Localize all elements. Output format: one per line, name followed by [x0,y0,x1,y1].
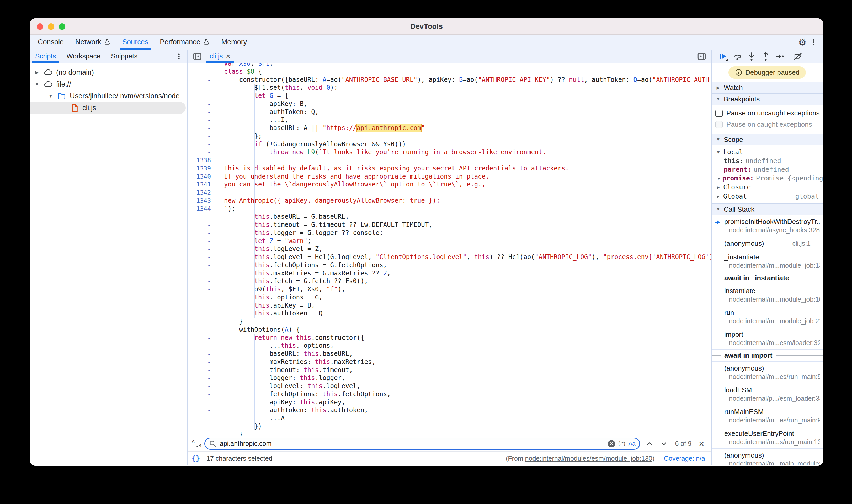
callstack-frame-import[interactable]: importnode:internal/m...esm/loader:329 [712,328,823,349]
line-number[interactable]: - [188,245,215,253]
step-out-button[interactable] [760,51,771,62]
line-number[interactable]: 1340 [188,173,215,181]
tree-item-no-domain[interactable]: ▶(no domain) [30,67,187,78]
chevron-right-icon[interactable]: ▶ [718,174,720,182]
close-window-button[interactable] [37,23,43,30]
callstack-frame-promiseinithookwithdestroytr[interactable]: promiseInitHookWithDestroyTr...node:inte… [712,215,823,237]
line-number[interactable]: - [188,229,215,237]
tab-memory[interactable]: Memory [216,35,253,50]
line-number[interactable]: - [188,285,215,293]
line-number[interactable]: 1344 [188,205,215,213]
step-button[interactable] [774,51,786,62]
close-find-bar-button[interactable]: × [697,439,706,448]
tab-console[interactable]: Console [32,35,70,50]
line-number[interactable]: - [188,116,215,124]
line-number[interactable]: - [188,140,215,148]
next-match-button[interactable] [658,440,670,448]
line-number[interactable]: - [188,431,215,436]
line-number[interactable]: - [188,309,215,318]
line-number[interactable]: - [188,358,215,366]
clear-search-icon[interactable]: ✕ [608,440,615,447]
previous-match-button[interactable] [644,440,655,448]
more-options-kebab-icon[interactable] [809,37,818,47]
scope-section-header[interactable]: ▼ Scope [712,134,823,145]
code-editor[interactable]: var Xs0, $F1;-class $8 {- constructor({b… [188,63,711,435]
navigator-more-kebab-icon[interactable] [175,50,187,63]
line-number[interactable]: - [188,398,215,407]
line-number[interactable]: - [188,269,215,277]
line-number[interactable]: - [188,148,215,156]
line-number[interactable]: - [188,366,215,374]
line-number[interactable]: - [188,414,215,422]
pretty-print-icon[interactable]: {} [192,454,202,462]
line-number[interactable]: - [188,261,215,269]
navigator-tab-scripts[interactable]: Scripts [30,50,61,63]
step-into-button[interactable] [746,51,757,62]
callstack-frame-instantiate[interactable]: instantiatenode:internal/m...module_job:… [712,284,823,306]
line-number[interactable]: - [188,76,215,84]
breakpoints-section-header[interactable]: ▼ Breakpoints [712,93,823,105]
callstack-frame-anonymous[interactable]: (anonymous)cli.js:1 [712,237,823,250]
scope-section-closure[interactable]: ▶Closure [712,182,823,192]
call-stack-section-header[interactable]: ▼ Call Stack [712,203,823,215]
tab-network[interactable]: Network [70,35,117,50]
tree-chevron-down-icon[interactable]: ▼ [34,82,40,87]
line-number[interactable]: - [188,132,215,140]
line-number[interactable]: - [188,221,215,229]
maximize-window-button[interactable] [59,23,65,30]
line-number[interactable]: - [188,68,215,76]
match-case-toggle[interactable]: Aa [628,440,636,447]
line-number[interactable]: - [188,108,215,116]
line-number[interactable]: - [188,350,215,358]
coverage-link[interactable]: Coverage: n/a [664,455,705,462]
line-number[interactable]: - [188,237,215,245]
tab-sources[interactable]: Sources [117,35,154,50]
line-number[interactable]: - [188,406,215,414]
find-in-file-icon[interactable]: A ↳B [192,439,201,448]
line-number[interactable]: - [188,374,215,382]
line-number[interactable] [188,63,215,68]
search-input[interactable]: api.anthropic.com ✕ (.*) Aa [205,438,640,450]
line-number[interactable]: - [188,318,215,326]
line-number[interactable]: 1341 [188,180,215,188]
settings-gear-icon[interactable]: ⚙ [798,38,806,47]
line-number[interactable]: - [188,100,215,108]
tab-performance[interactable]: Performance [154,35,216,50]
tree-chevron-right-icon[interactable]: ▶ [34,70,40,75]
tree-item-users-jinhuilee-nvm-versions-node-v2[interactable]: ▼Users/jinhuilee/.nvm/versions/node/v2..… [30,90,187,102]
minimize-window-button[interactable] [48,23,54,30]
line-number[interactable]: - [188,390,215,398]
scope-variable-this[interactable]: this: undefined [712,157,823,165]
scope-variable-parent[interactable]: parent: undefined [712,165,823,174]
scope-section-global[interactable]: ▶Globalglobal [712,192,823,201]
line-number[interactable]: 1343 [188,197,215,205]
line-number[interactable]: - [188,277,215,285]
callstack-frame-run[interactable]: runnode:internal/m...module_job:214 [712,306,823,328]
watch-section-header[interactable]: ▶ Watch [712,82,823,93]
callstack-frame-anonymous[interactable]: (anonymous)node:internal/m...main_module… [712,449,823,465]
source-origin-link[interactable]: node:internal/modules/esm/module_job:130 [525,455,652,462]
callstack-frame-runmainesm[interactable]: runMainESMnode:internal/m...es/run_main:… [712,405,823,427]
resume-script-button[interactable] [717,51,729,62]
deactivate-breakpoints-button[interactable] [792,51,804,62]
callstack-frame-loadesm[interactable]: loadESMnode:internal/p.../esm_loader:34 [712,383,823,405]
callstack-frame-instantiate[interactable]: _instantiatenode:internal/m...module_job… [712,250,823,272]
breakpoint-option-pause-on-uncaught-exceptions[interactable]: Pause on uncaught exceptions [712,108,823,119]
tree-chevron-down-icon[interactable]: ▼ [48,94,54,99]
line-number[interactable]: 1338 [188,156,215,164]
line-number[interactable]: - [188,293,215,302]
line-number[interactable]: - [188,92,215,100]
callstack-frame-executeuserentrypoint[interactable]: executeUserEntryPointnode:internal/m...s… [712,427,823,449]
line-number[interactable]: 1342 [188,188,215,197]
line-number[interactable]: - [188,253,215,261]
line-number[interactable]: - [188,422,215,431]
close-tab-icon[interactable]: × [226,52,230,60]
step-over-button[interactable] [732,51,743,62]
line-number[interactable]: - [188,326,215,334]
line-number[interactable]: - [188,302,215,310]
tab-cli-js[interactable]: cli.js × [206,50,234,63]
hide-navigator-icon[interactable] [190,51,205,61]
line-number[interactable]: - [188,382,215,390]
tree-item-file[interactable]: ▼file:// [30,78,187,90]
callstack-frame-anonymous[interactable]: (anonymous)node:internal/m...es/run_main… [712,362,823,383]
